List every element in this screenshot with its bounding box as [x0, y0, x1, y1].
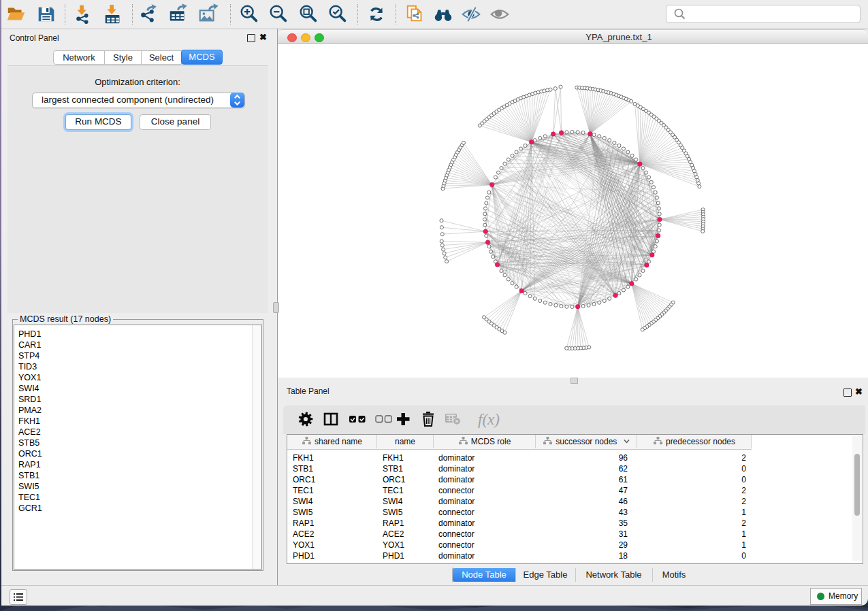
svg-text:f(x): f(x) [478, 411, 500, 428]
